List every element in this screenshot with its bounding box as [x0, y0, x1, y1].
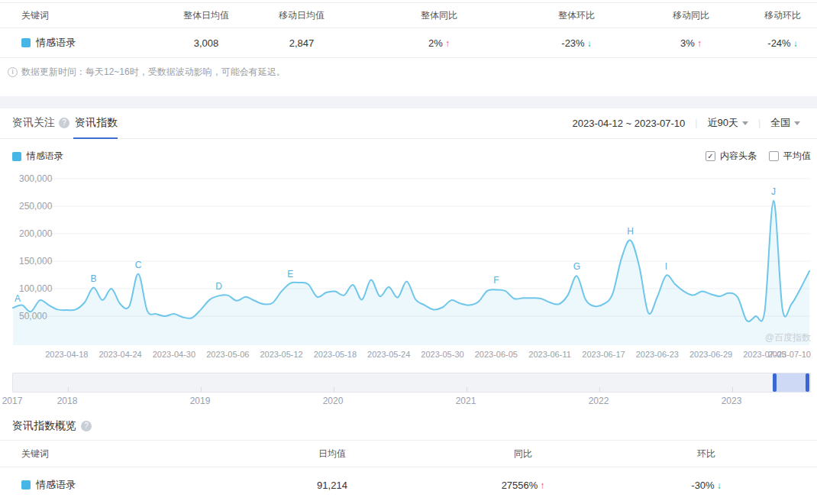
- data-update-note: i 数据更新时间：每天12~16时，受数据波动影响，可能会有延迟。: [8, 66, 286, 79]
- checkbox-average[interactable]: 平均值: [769, 150, 811, 163]
- svg-text:J: J: [771, 186, 776, 197]
- svg-text:2023-05-12: 2023-05-12: [260, 350, 302, 359]
- svg-text:2023-04-24: 2023-04-24: [98, 350, 141, 359]
- col-header-mobile-mom: 移动环比: [748, 9, 817, 22]
- col-header-keyword: 关键词: [0, 447, 214, 460]
- trend-line-svg: 300,000250,000200,000150,000100,00050,00…: [0, 173, 817, 363]
- time-range-slider-track[interactable]: [12, 373, 811, 393]
- slider-selected-range[interactable]: [773, 373, 809, 392]
- year-tick: [334, 387, 334, 392]
- svg-text:D: D: [215, 281, 222, 292]
- svg-text:150,000: 150,000: [19, 256, 53, 267]
- svg-text:250,000: 250,000: [19, 201, 53, 212]
- year-label: 2019: [190, 396, 211, 406]
- svg-text:G: G: [573, 261, 580, 272]
- chart-legend-row: 情感语录 ✓ 内容头条 平均值: [0, 150, 817, 162]
- svg-text:2023-04-30: 2023-04-30: [153, 350, 195, 359]
- stats-table-header: 关键词 整体日均值 移动日均值 整体同比 整体环比 移动同比 移动环比: [0, 2, 817, 28]
- svg-text:2023-05-18: 2023-05-18: [314, 350, 357, 359]
- trend-arrow-icon: ↓: [717, 480, 722, 491]
- watermark: @百度指数: [765, 332, 811, 343]
- year-label: 2022: [589, 396, 609, 406]
- col-header-overall-yoy: 整体同比: [359, 9, 519, 22]
- overall-avg-value: 3,008: [168, 37, 244, 49]
- overview-yoy-value: 27556%↑: [450, 480, 596, 491]
- col-header-avg: 日均值: [214, 447, 450, 460]
- svg-text:2023-06-05: 2023-06-05: [475, 350, 518, 359]
- slider-handle-right[interactable]: [806, 373, 809, 392]
- svg-text:B: B: [90, 273, 96, 284]
- col-header-mobile-yoy: 移动同比: [634, 9, 748, 22]
- svg-text:F: F: [493, 275, 499, 286]
- overview-table: 关键词 日均值 同比 环比 情感语录 91,214 27556%↑ -30%↓: [0, 440, 817, 502]
- trend-arrow-icon: ↑: [697, 38, 702, 49]
- year-label: 2020: [323, 396, 344, 406]
- checkbox-icon: ✓: [706, 151, 715, 161]
- svg-text:100,000: 100,000: [19, 283, 53, 294]
- trend-arrow-icon: ↓: [587, 38, 592, 49]
- col-header-overall-avg: 整体日均值: [168, 9, 244, 22]
- keyword-color-swatch: [21, 480, 31, 489]
- mobile-avg-value: 2,847: [244, 37, 359, 49]
- slider-handle-left[interactable]: [773, 373, 777, 392]
- year-label: 2017: [2, 396, 23, 406]
- svg-text:2023-05-24: 2023-05-24: [367, 350, 410, 359]
- keyword-label: 情感语录: [36, 478, 76, 492]
- year-label: 2018: [57, 396, 78, 406]
- news-index-trend-chart[interactable]: 300,000250,000200,000150,000100,00050,00…: [0, 173, 817, 363]
- overview-table-header: 关键词 日均值 同比 环比: [0, 440, 817, 467]
- col-header-mobile-avg: 移动日均值: [244, 9, 359, 22]
- svg-text:2023-06-17: 2023-06-17: [582, 350, 625, 359]
- svg-text:2023-07-10: 2023-07-10: [768, 350, 811, 359]
- svg-text:H: H: [627, 226, 634, 237]
- overall-yoy-value: 2%↑: [359, 37, 519, 49]
- svg-text:2023-06-23: 2023-06-23: [636, 350, 679, 359]
- info-icon: i: [8, 67, 18, 77]
- mobile-yoy-value: 3%↑: [634, 37, 748, 49]
- svg-text:2023-04-18: 2023-04-18: [45, 350, 88, 359]
- svg-text:2023-06-29: 2023-06-29: [689, 350, 732, 359]
- region-dropdown[interactable]: 全国: [770, 116, 800, 130]
- svg-text:2023-06-11: 2023-06-11: [528, 350, 570, 359]
- help-icon[interactable]: ?: [59, 118, 69, 128]
- tab-news-index[interactable]: 资讯指数: [75, 116, 118, 130]
- year-label: 2021: [456, 396, 476, 406]
- active-tab-underline: [73, 137, 118, 139]
- trend-arrow-icon: ↑: [540, 480, 544, 491]
- col-header-yoy: 同比: [450, 447, 596, 460]
- timeline-year-labels: 2017201820192020202120222023: [0, 396, 817, 406]
- range-controls: 2023-04-12 ~ 2023-07-10 | 近90天 | 全国: [572, 116, 800, 130]
- year-tick: [68, 387, 69, 392]
- mobile-mom-value: -24%↓: [748, 37, 817, 49]
- year-tick: [467, 387, 467, 392]
- period-dropdown[interactable]: 近90天: [707, 116, 748, 130]
- trend-arrow-icon: ↑: [445, 38, 450, 49]
- stats-table-row: 情感语录 3,008 2,847 2%↑ -23%↓ 3%↑ -24%↓: [0, 28, 817, 58]
- chevron-down-icon: [794, 121, 800, 125]
- svg-text:E: E: [287, 269, 293, 279]
- checkbox-icon: [769, 151, 779, 161]
- year-tick: [201, 387, 202, 392]
- date-range-display[interactable]: 2023-04-12 ~ 2023-07-10: [572, 118, 685, 129]
- tab-news-attention[interactable]: 资讯关注 ?: [12, 116, 69, 130]
- year-tick: [599, 387, 600, 392]
- checkbox-content-headline[interactable]: ✓ 内容头条: [706, 150, 757, 163]
- chart-options: ✓ 内容头条 平均值: [706, 150, 811, 163]
- overview-avg-value: 91,214: [214, 480, 450, 491]
- help-icon[interactable]: ?: [81, 421, 92, 431]
- svg-text:2023-05-30: 2023-05-30: [421, 350, 463, 359]
- svg-text:300,000: 300,000: [19, 173, 53, 184]
- keyword-cell: 情感语录: [0, 478, 214, 492]
- keyword-cell: 情感语录: [0, 36, 168, 50]
- keyword-label: 情感语录: [36, 36, 76, 50]
- keyword-stats-table: 关键词 整体日均值 移动日均值 整体同比 整体环比 移动同比 移动环比 情感语录…: [0, 2, 817, 58]
- overview-table-row: 情感语录 91,214 27556%↑ -30%↓: [0, 467, 817, 502]
- svg-text:A: A: [15, 293, 21, 304]
- year-tick: [732, 387, 733, 392]
- overview-mom-value: -30%↓: [596, 480, 817, 491]
- overview-section-title: 资讯指数概览 ?: [12, 419, 92, 433]
- keyword-color-swatch: [21, 38, 31, 47]
- svg-text:I: I: [665, 261, 667, 272]
- baidu-index-dashboard: 关键词 整体日均值 移动日均值 整体同比 整体环比 移动同比 移动环比 情感语录…: [0, 0, 817, 504]
- svg-text:C: C: [135, 260, 142, 270]
